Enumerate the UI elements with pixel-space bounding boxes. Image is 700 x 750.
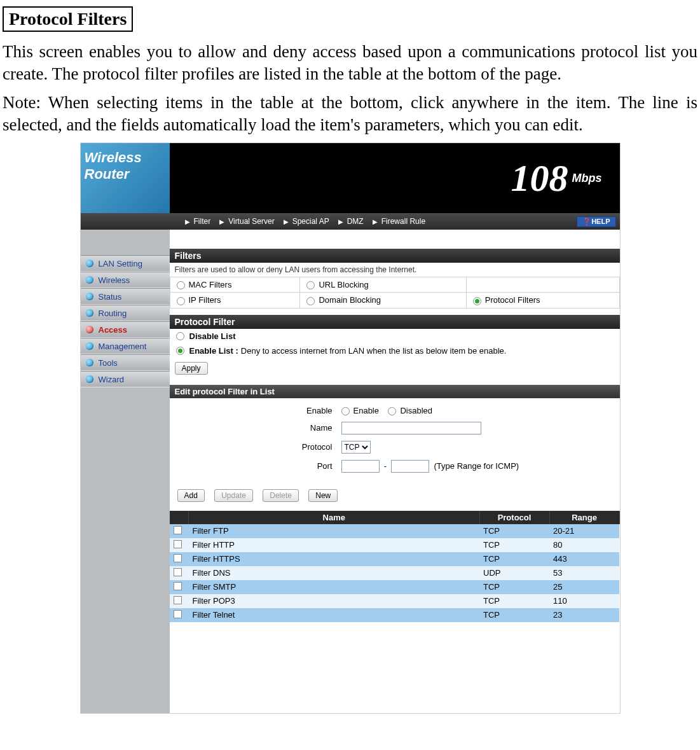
banner-right: 108 Mbps (170, 143, 620, 213)
port-to-input[interactable] (391, 460, 429, 473)
filter-opt-ip[interactable]: IP Filters (170, 293, 300, 308)
enable-list-label: Enable List : (189, 346, 238, 356)
add-button[interactable]: Add (177, 489, 205, 502)
row-checkbox[interactable] (174, 582, 182, 590)
filter-opt-protocol[interactable]: Protocol Filters (466, 293, 619, 308)
sidebar-item-label: Wireless (99, 275, 130, 285)
help-button[interactable]: ❓HELP (577, 216, 615, 227)
table-row[interactable]: Filter TelnetTCP23 (170, 608, 620, 622)
table-row[interactable]: Filter HTTPTCP80 (170, 538, 620, 552)
chevron-right-icon: ▶ (185, 218, 190, 225)
cell-range: 53 (549, 566, 619, 580)
filter-opt-mac[interactable]: MAC Filters (170, 277, 300, 293)
th-range: Range (549, 511, 619, 524)
cell-name: Filter POP3 (189, 594, 480, 608)
table-row[interactable]: Filter SMTPTCP25 (170, 580, 620, 594)
sidebar-item-routing[interactable]: Routing (81, 305, 170, 321)
radio-icon[interactable] (176, 332, 184, 340)
sidebar-item-label: Routing (99, 309, 127, 318)
row-checkbox[interactable] (174, 596, 182, 604)
top-nav: ▶ Filter ▶ Virtual Server ▶ Special AP ▶… (81, 213, 620, 230)
port-hint: (Type Range for ICMP) (434, 461, 519, 471)
name-label: Name (171, 419, 336, 437)
apply-button[interactable]: Apply (175, 362, 208, 375)
sidebar-item-wizard[interactable]: Wizard (81, 371, 170, 387)
protocol-label: Protocol (171, 438, 336, 456)
bullet-icon (86, 276, 93, 284)
radio-icon[interactable] (473, 297, 481, 305)
sidebar-item-access[interactable]: Access (81, 321, 170, 338)
cell-range: 443 (549, 552, 619, 566)
table-row[interactable]: Filter FTPTCP20-21 (170, 524, 620, 538)
content-pane: Filters Filters are used to allow or den… (170, 230, 620, 713)
sidebar-item-lan-setting[interactable]: LAN Setting (81, 255, 170, 272)
disable-list-row[interactable]: Disable List (170, 329, 620, 344)
sidebar-item-label: Management (99, 342, 147, 351)
nav-dmz[interactable]: DMZ (347, 217, 364, 226)
sidebar-item-status[interactable]: Status (81, 288, 170, 305)
opt-label: URL Blocking (319, 280, 368, 289)
cell-name: Filter Telnet (189, 608, 480, 622)
speed-number: 108 (511, 159, 568, 197)
cell-range: 110 (549, 594, 619, 608)
radio-icon[interactable] (176, 347, 184, 355)
nav-special-ap[interactable]: Special AP (292, 217, 329, 226)
sidebar-item-label: Wizard (99, 375, 124, 384)
chevron-right-icon: ▶ (284, 218, 289, 225)
sidebar-item-label: Tools (99, 358, 118, 368)
table-row[interactable]: Filter POP3TCP110 (170, 594, 620, 608)
cell-range: 80 (549, 538, 619, 552)
enable-list-desc: Deny to access internet from LAN when th… (241, 346, 507, 356)
sidebar-item-wireless[interactable]: Wireless (81, 272, 170, 288)
th-name: Name (189, 511, 480, 524)
table-row[interactable]: Filter HTTPSTCP443 (170, 552, 620, 566)
cell-protocol: TCP (479, 608, 549, 622)
brand-line1: Wireless (85, 149, 166, 166)
radio-icon[interactable] (177, 281, 185, 289)
bullet-icon (86, 309, 93, 317)
row-checkbox[interactable] (174, 554, 182, 562)
enable-list-row[interactable]: Enable List : Deny to access internet fr… (170, 344, 620, 358)
cell-range: 23 (549, 608, 619, 622)
radio-icon[interactable] (177, 297, 185, 305)
disabled-radio[interactable] (388, 407, 396, 415)
row-checkbox[interactable] (174, 526, 182, 534)
sidebar-item-management[interactable]: Management (81, 338, 170, 354)
sidebar-item-tools[interactable]: Tools (81, 354, 170, 371)
row-checkbox[interactable] (174, 568, 182, 576)
filter-opt-url[interactable]: URL Blocking (300, 277, 466, 293)
th-check (170, 511, 189, 524)
name-input[interactable] (341, 422, 481, 434)
update-button[interactable]: Update (214, 489, 253, 502)
section-filters-title: Filters (170, 249, 620, 263)
port-from-input[interactable] (341, 460, 380, 473)
sidebar: LAN Setting Wireless Status Routing Acce… (81, 230, 170, 713)
banner: Wireless Router 108 Mbps (81, 143, 620, 213)
new-button[interactable]: New (308, 489, 338, 502)
cell-name: Filter HTTPS (189, 552, 480, 566)
row-checkbox[interactable] (174, 610, 182, 618)
protocol-select[interactable]: TCP (341, 441, 371, 454)
nav-virtual-server[interactable]: Virtual Server (228, 217, 274, 226)
cell-range: 20-21 (549, 524, 619, 538)
filter-opt-domain[interactable]: Domain Blocking (300, 293, 466, 308)
nav-filter[interactable]: Filter (194, 217, 211, 226)
row-checkbox[interactable] (174, 540, 182, 548)
help-label: HELP (591, 218, 610, 225)
cell-protocol: TCP (479, 524, 549, 538)
delete-button[interactable]: Delete (263, 489, 299, 502)
cell-protocol: TCP (479, 580, 549, 594)
nav-firewall-rule[interactable]: Firewall Rule (381, 217, 425, 226)
enable-radio[interactable] (341, 407, 350, 415)
radio-icon[interactable] (306, 281, 315, 289)
disable-list-label: Disable List (189, 331, 236, 341)
sidebar-item-label: LAN Setting (99, 259, 142, 268)
cell-protocol: TCP (479, 538, 549, 552)
cell-protocol: TCP (479, 552, 549, 566)
table-row[interactable]: Filter DNSUDP53 (170, 566, 620, 580)
router-admin-app: Wireless Router 108 Mbps ▶ Filter ▶ Virt… (80, 142, 621, 714)
cell-protocol: TCP (479, 594, 549, 608)
radio-icon[interactable] (306, 297, 315, 305)
cell-name: Filter DNS (189, 566, 480, 580)
protocol-filter-table: Name Protocol Range Filter FTPTCP20-21 F… (170, 511, 620, 622)
